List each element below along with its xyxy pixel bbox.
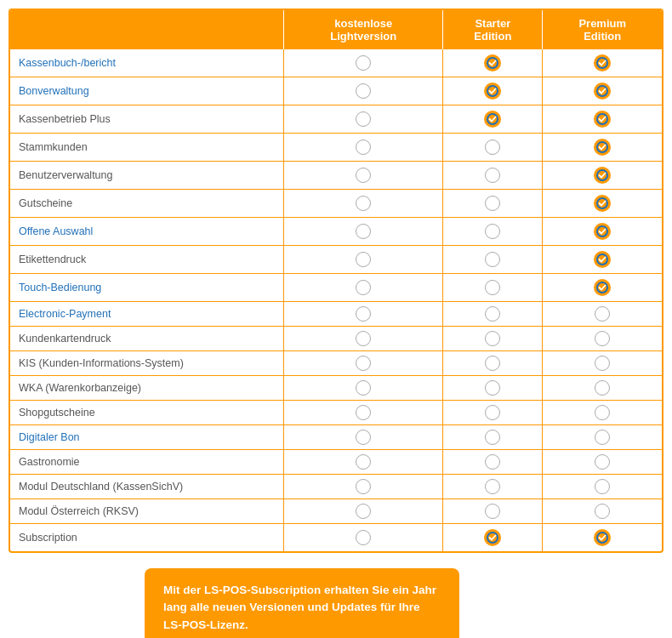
empty-circle-icon (595, 405, 610, 420)
empty-circle-icon (356, 331, 371, 346)
comparison-table-wrapper: kostenlose Lightversion StarterEdition P… (9, 9, 663, 553)
empty-circle-icon (485, 454, 500, 470)
empty-circle-icon (485, 140, 500, 155)
table-row: Gastronomie (10, 450, 662, 475)
feature-label: Subscription (19, 532, 77, 544)
feature-label: WKA (Warenkorbanzeige) (19, 382, 141, 394)
feature-label: KIS (Kunden-Informations-System) (19, 357, 184, 369)
starter-cell (443, 302, 543, 327)
feature-cell: Bonverwaltung (10, 77, 284, 105)
premium-cell (543, 105, 662, 134)
empty-circle-icon (485, 196, 500, 211)
table-header-row: kostenlose Lightversion StarterEdition P… (10, 10, 662, 49)
check-badge-icon (483, 82, 502, 100)
starter-cell (443, 351, 543, 376)
feature-link[interactable]: Kassenbuch-/bericht (19, 57, 116, 69)
feature-link[interactable]: Offene Auswahl (19, 225, 93, 237)
empty-circle-icon (595, 430, 610, 445)
empty-circle-icon (356, 140, 371, 155)
premium-cell (543, 49, 662, 77)
feature-label: Etikettendruck (19, 253, 86, 265)
empty-circle-icon (595, 479, 610, 494)
empty-circle-icon (485, 479, 500, 494)
empty-circle-icon (595, 331, 610, 346)
table-row: WKA (Warenkorbanzeige) (10, 376, 662, 401)
table-row: Benutzerverwaltung (10, 162, 662, 190)
table-row: Modul Deutschland (KassenSichV) (10, 475, 662, 499)
light-cell (284, 246, 443, 274)
light-cell (284, 376, 443, 401)
starter-cell (443, 246, 543, 274)
table-row: Touch-Bedienung (10, 274, 662, 302)
header-light: kostenlose Lightversion (284, 10, 443, 49)
starter-cell (443, 77, 543, 105)
feature-cell: Touch-Bedienung (10, 274, 284, 302)
empty-circle-icon (485, 252, 500, 267)
premium-cell (543, 218, 662, 246)
premium-cell (543, 376, 662, 401)
feature-label: Kassenbetrieb Plus (19, 113, 111, 125)
light-cell (284, 401, 443, 425)
header-premium: PremiumEdition (543, 10, 662, 49)
table-row: Digitaler Bon (10, 425, 662, 450)
light-cell (284, 475, 443, 499)
header-starter: StarterEdition (443, 10, 543, 49)
header-feature (10, 10, 284, 49)
table-row: Gutscheine (10, 190, 662, 218)
check-badge-icon (593, 250, 612, 269)
feature-cell: Gutscheine (10, 190, 284, 218)
starter-cell (443, 524, 543, 552)
table-body: Kassenbuch-/bericht Bonverwaltung (10, 49, 662, 551)
empty-circle-icon (485, 504, 500, 519)
table-row: Kassenbuch-/bericht (10, 49, 662, 77)
premium-cell (543, 134, 662, 162)
premium-cell (543, 77, 662, 105)
note-text: Mit der LS-POS-Subscription erhalten Sie… (163, 582, 441, 634)
light-cell (284, 190, 443, 218)
feature-cell: Shopgutscheine (10, 401, 284, 425)
light-cell (284, 77, 443, 105)
table-row: Shopgutscheine (10, 401, 662, 425)
feature-link[interactable]: Digitaler Bon (19, 431, 80, 443)
feature-link[interactable]: Bonverwaltung (19, 85, 89, 97)
table-row: Modul Österreich (RKSV) (10, 499, 662, 524)
light-cell (284, 524, 443, 552)
feature-cell: KIS (Kunden-Informations-System) (10, 351, 284, 376)
light-cell (284, 134, 443, 162)
empty-circle-icon (595, 454, 610, 470)
feature-link[interactable]: Electronic-Payment (19, 308, 111, 320)
empty-circle-icon (595, 356, 610, 371)
premium-cell (543, 524, 662, 552)
check-badge-icon (483, 110, 502, 128)
empty-circle-icon (485, 280, 500, 295)
feature-cell: Etikettendruck (10, 246, 284, 274)
empty-circle-icon (485, 224, 500, 239)
premium-cell (543, 499, 662, 524)
feature-link[interactable]: Touch-Bedienung (19, 282, 101, 293)
comparison-table: kostenlose Lightversion StarterEdition P… (10, 10, 662, 551)
empty-circle-icon (356, 454, 371, 470)
feature-cell: Digitaler Bon (10, 425, 284, 450)
premium-cell (543, 475, 662, 499)
empty-circle-icon (485, 306, 500, 322)
feature-label: Modul Deutschland (KassenSichV) (19, 481, 183, 493)
light-cell (284, 425, 443, 450)
table-row: Kassenbetrieb Plus (10, 105, 662, 134)
empty-circle-icon (595, 306, 610, 322)
empty-circle-icon (485, 331, 500, 346)
starter-cell (443, 162, 543, 190)
empty-circle-icon (356, 504, 371, 519)
empty-circle-icon (485, 380, 500, 396)
premium-cell (543, 450, 662, 475)
premium-cell (543, 302, 662, 327)
premium-cell (543, 246, 662, 274)
feature-cell: Kassenbuch-/bericht (10, 49, 284, 77)
empty-circle-icon (356, 168, 371, 183)
check-badge-icon (593, 166, 612, 185)
starter-cell (443, 499, 543, 524)
feature-cell: Stammkunden (10, 134, 284, 162)
empty-circle-icon (485, 168, 500, 183)
feature-label: Benutzerverwaltung (19, 169, 112, 181)
feature-label: Kundenkartendruck (19, 333, 111, 345)
feature-cell: Benutzerverwaltung (10, 162, 284, 190)
